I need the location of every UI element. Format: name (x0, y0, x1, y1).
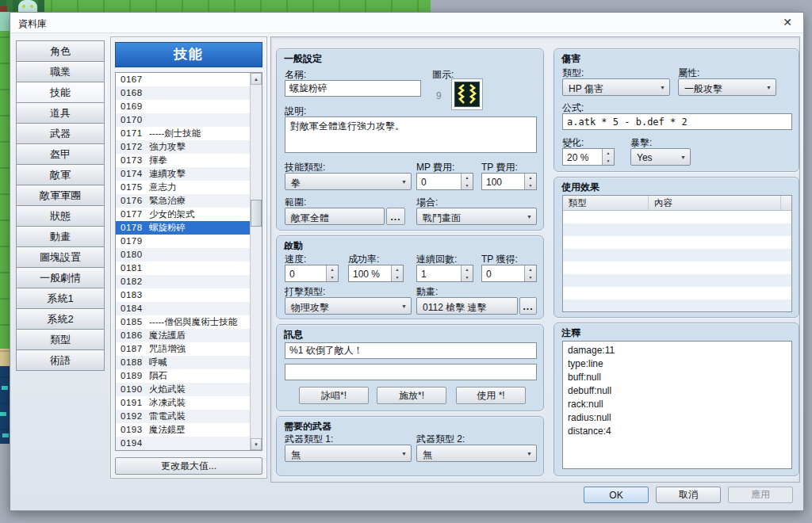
cast-template-button[interactable]: 施放*! (377, 387, 446, 404)
skill-list-item[interactable]: 0192雷電武裝 (116, 410, 250, 423)
sidebar-tab-動畫[interactable]: 動畫 (16, 226, 105, 247)
change-maximum-button[interactable]: 更改最大值... (115, 457, 262, 475)
hit-type-dropdown[interactable]: 物理攻擊▼ (285, 297, 412, 315)
mp-cost-stepper[interactable]: 0▲▼ (416, 173, 473, 190)
scrollbar-thumb[interactable] (251, 200, 262, 227)
skill-list-item[interactable]: 0177少女的架式 (116, 208, 250, 221)
effects-empty-row[interactable] (563, 223, 791, 236)
tp-gain-stepper[interactable]: 0▲▼ (481, 265, 537, 282)
sidebar-tab-技能[interactable]: 技能 (16, 82, 105, 103)
description-textarea[interactable]: 對敵軍全體進行強力攻擊。 (285, 116, 537, 153)
skill-list-scrollbar[interactable]: ▲ ▼ (250, 73, 262, 450)
skill-list-item[interactable]: 0194 (116, 437, 250, 450)
skill-list-item[interactable]: 0182 (116, 275, 250, 288)
skill-list-item[interactable]: 0181 (116, 262, 250, 275)
spinner-arrows-icon[interactable]: ▲▼ (524, 265, 536, 281)
effects-empty-row[interactable] (563, 287, 791, 300)
message-line1-input[interactable] (285, 342, 537, 359)
sidebar-tab-類型[interactable]: 類型 (16, 329, 105, 350)
skill-list-item[interactable]: 0170 (116, 113, 250, 127)
skill-list-item[interactable]: 0186魔法護盾 (116, 329, 250, 342)
weapon-type1-dropdown[interactable]: 無▼ (285, 445, 412, 462)
sidebar-tab-武器[interactable]: 武器 (16, 123, 105, 144)
scroll-down-icon[interactable]: ▼ (251, 438, 262, 450)
skill-list-item[interactable]: 0185-----僧侶與魔術士技能 (116, 315, 250, 329)
sidebar-tab-術語[interactable]: 術語 (16, 349, 105, 371)
cancel-button[interactable]: 取消 (656, 487, 721, 503)
effects-empty-row[interactable] (563, 249, 791, 262)
spinner-arrows-icon[interactable]: ▲▼ (524, 174, 536, 189)
sidebar-tab-敵軍[interactable]: 敵軍 (16, 164, 105, 185)
skill-list[interactable]: 01670168016901700171-----劍士技能0172強力攻擊017… (115, 72, 262, 451)
skill-list-item[interactable]: 0191冰凍武裝 (116, 396, 250, 410)
skill-list-item[interactable]: 0168 (116, 86, 250, 100)
skill-list-item[interactable]: 0184 (116, 302, 250, 315)
skill-list-item[interactable]: 0173揮拳 (116, 154, 250, 167)
effects-empty-row[interactable] (563, 300, 791, 312)
skill-list-item[interactable]: 0189隕石 (116, 369, 250, 383)
skill-list-item[interactable]: 0178螺旋粉碎 (116, 221, 250, 235)
skill-list-item[interactable]: 0193魔法鏡壁 (116, 423, 250, 437)
scope-field[interactable]: 敵軍全體 (285, 208, 385, 225)
name-input[interactable] (285, 80, 421, 97)
effects-table[interactable]: 類型 內容 (562, 195, 792, 312)
dialog-titlebar[interactable]: 資料庫 ✕ (10, 13, 803, 33)
ok-button[interactable]: OK (584, 487, 649, 503)
element-dropdown[interactable]: 一般攻擊▼ (678, 78, 776, 96)
scroll-up-icon[interactable]: ▲ (251, 73, 262, 85)
success-rate-stepper[interactable]: 100 %▲▼ (348, 265, 404, 282)
effects-empty-row[interactable] (563, 236, 791, 249)
note-textarea[interactable]: damage:11 type:line buff:null debuff:nul… (562, 341, 792, 469)
tp-cost-stepper[interactable]: 100▲▼ (481, 173, 537, 190)
weapon-type2-dropdown[interactable]: 無▼ (416, 445, 537, 462)
skill-list-item[interactable]: 0167 (116, 73, 250, 86)
skill-type-dropdown[interactable]: 拳▼ (285, 173, 412, 190)
occasion-dropdown[interactable]: 戰鬥畫面▼ (416, 208, 537, 225)
effects-empty-row[interactable] (563, 274, 791, 287)
skill-list-item[interactable]: 0176緊急治療 (116, 194, 250, 208)
sidebar-tab-系統1[interactable]: 系統1 (16, 288, 105, 309)
skill-list-item[interactable]: 0187咒語增強 (116, 342, 250, 356)
skill-list-item[interactable]: 0180 (116, 248, 250, 262)
sidebar-tab-道具[interactable]: 道具 (16, 102, 105, 124)
animation-field[interactable]: 0112 槍擊 連擊 (416, 297, 518, 315)
spinner-arrows-icon[interactable]: ▲▼ (461, 265, 473, 281)
sidebar-tab-圖塊設置[interactable]: 圖塊設置 (16, 246, 105, 268)
message-line2-input[interactable] (285, 364, 537, 380)
variance-stepper[interactable]: 20 %▲▼ (562, 148, 615, 166)
use-template-button[interactable]: 使用 *! (456, 387, 526, 404)
sidebar-tab-系統2[interactable]: 系統2 (16, 308, 105, 330)
chant-template-button[interactable]: 詠唱*! (299, 387, 369, 404)
effects-empty-row[interactable] (563, 211, 791, 223)
skill-icon[interactable] (451, 78, 483, 110)
skill-list-item[interactable]: 0169 (116, 100, 250, 113)
skill-list-item[interactable]: 0175意志力 (116, 181, 250, 194)
spinner-arrows-icon[interactable]: ▲▼ (326, 265, 338, 281)
spinner-arrows-icon[interactable]: ▲▼ (391, 265, 403, 281)
spinner-arrows-icon[interactable]: ▲▼ (461, 174, 473, 189)
spinner-arrows-icon[interactable]: ▲▼ (602, 149, 614, 165)
repeats-stepper[interactable]: 1▲▼ (416, 265, 473, 282)
sidebar-tab-角色[interactable]: 角色 (16, 40, 105, 62)
skill-list-item[interactable]: 0190火焰武裝 (116, 383, 250, 396)
critical-dropdown[interactable]: Yes▼ (630, 148, 691, 166)
apply-button[interactable]: 應用 (728, 487, 793, 503)
effects-empty-row[interactable] (563, 262, 791, 274)
sidebar-tab-狀態[interactable]: 狀態 (16, 205, 105, 227)
close-icon[interactable]: ✕ (783, 16, 792, 29)
animation-more-button[interactable]: ... (519, 297, 537, 315)
sidebar-tab-職業[interactable]: 職業 (16, 61, 105, 82)
damage-type-dropdown[interactable]: HP 傷害▼ (562, 78, 670, 96)
skill-list-item[interactable]: 0171-----劍士技能 (116, 127, 250, 140)
sidebar-tab-一般劇情[interactable]: 一般劇情 (16, 267, 105, 288)
formula-input[interactable] (562, 113, 792, 130)
skill-list-item[interactable]: 0183 (116, 288, 250, 302)
skill-list-item[interactable]: 0188呼喊 (116, 356, 250, 369)
skill-list-item[interactable]: 0172強力攻擊 (116, 140, 250, 154)
scope-more-button[interactable]: ... (386, 208, 405, 225)
speed-stepper[interactable]: 0▲▼ (285, 265, 339, 282)
skill-list-item[interactable]: 0174連續攻擊 (116, 167, 250, 181)
sidebar-tab-盔甲[interactable]: 盔甲 (16, 143, 105, 165)
sidebar-tab-敵軍軍團[interactable]: 敵軍軍團 (16, 185, 105, 206)
skill-list-item[interactable]: 0179 (116, 235, 250, 248)
